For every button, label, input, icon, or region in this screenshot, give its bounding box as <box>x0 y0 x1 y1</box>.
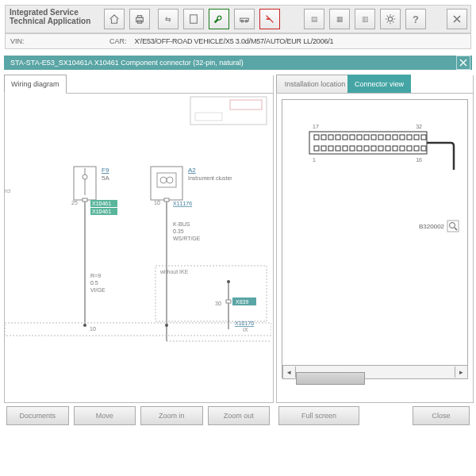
close-app-icon[interactable] <box>447 9 467 29</box>
svg-text:X10461: X10461 <box>92 201 111 206</box>
svg-rect-49 <box>5 323 271 336</box>
vin-label: VIN: <box>10 37 109 45</box>
svg-text:16: 16 <box>416 157 422 163</box>
svg-rect-89 <box>407 146 412 151</box>
svg-text:VI/GE: VI/GE <box>90 287 106 293</box>
car-value: X'/E53/OFF-ROAD VEHICLE/X5 3.0d/M57/AUTO… <box>135 37 334 45</box>
scroll-right-icon[interactable]: ▸ <box>455 367 467 378</box>
gear-icon[interactable] <box>380 9 401 29</box>
svg-text:1: 1 <box>313 157 316 163</box>
panel-close-icon[interactable] <box>456 56 470 70</box>
fullscreen-button[interactable]: Full screen <box>278 406 359 425</box>
svg-text:Instrument cluster: Instrument cluster <box>188 175 232 181</box>
svg-rect-68 <box>371 135 376 140</box>
svg-text:WS/RT/GE: WS/RT/GE <box>173 236 201 241</box>
svg-text:0.35: 0.35 <box>173 228 184 234</box>
svg-text:without IKE: without IKE <box>159 269 189 274</box>
svg-rect-61 <box>321 135 326 140</box>
mode3-icon[interactable]: ▥ <box>355 9 375 29</box>
app-title-2: Technical Application <box>10 17 97 25</box>
scroll-left-icon[interactable]: ◂ <box>283 367 296 378</box>
svg-rect-3 <box>190 15 198 24</box>
svg-text:R=9: R=9 <box>90 273 101 278</box>
svg-text:17: 17 <box>313 124 319 129</box>
right-scrollbar[interactable]: ◂ ▸ <box>282 365 468 379</box>
svg-rect-63 <box>336 135 340 140</box>
wrench-icon[interactable] <box>209 9 229 29</box>
svg-rect-86 <box>386 146 390 151</box>
svg-text:10: 10 <box>90 326 96 332</box>
svg-rect-18 <box>83 198 87 202</box>
svg-point-43 <box>227 280 230 283</box>
svg-rect-70 <box>386 135 390 140</box>
zoom-in-button[interactable]: Zoom in <box>140 406 203 425</box>
tab-connector-view[interactable]: Connector view <box>347 75 411 93</box>
svg-text:K-BUS: K-BUS <box>173 221 190 227</box>
svg-rect-85 <box>378 146 383 151</box>
mode2-icon[interactable]: ▦ <box>329 9 350 29</box>
svg-rect-80 <box>343 146 347 151</box>
svg-rect-72 <box>400 135 405 140</box>
connector-x839[interactable]: X839 <box>232 298 256 305</box>
magnifier-icon[interactable] <box>447 221 459 232</box>
svg-rect-83 <box>364 146 369 151</box>
doc-icon[interactable] <box>183 9 204 29</box>
svg-rect-62 <box>328 135 333 140</box>
svg-rect-88 <box>400 146 405 151</box>
svg-text:F9: F9 <box>102 167 109 174</box>
svg-text:5A: 5A <box>102 175 109 182</box>
svg-text:X839: X839 <box>236 299 248 305</box>
svg-point-51 <box>83 324 86 327</box>
svg-rect-71 <box>393 135 397 140</box>
svg-rect-75 <box>421 135 426 140</box>
svg-text:10: 10 <box>154 200 160 205</box>
fuse-f9: F9 5A <box>74 167 109 200</box>
zoom-out-button[interactable]: Zoom out <box>208 406 271 425</box>
home-icon[interactable] <box>104 9 125 29</box>
print-icon[interactable] <box>129 9 150 29</box>
svg-rect-69 <box>378 135 383 140</box>
svg-text:0.5: 0.5 <box>90 280 98 286</box>
svg-text:32: 32 <box>416 124 422 129</box>
svg-rect-81 <box>350 146 355 151</box>
svg-rect-65 <box>350 135 355 140</box>
svg-text:X10461: X10461 <box>92 209 111 214</box>
connector-diagram: 17 32 1 16 B320002 <box>282 102 466 371</box>
documents-button[interactable]: Documents <box>6 406 69 425</box>
svg-rect-1 <box>137 16 141 18</box>
svg-rect-76 <box>314 146 319 151</box>
svg-rect-84 <box>371 146 376 151</box>
svg-rect-66 <box>357 135 362 140</box>
svg-text:IX: IX <box>243 327 248 332</box>
svg-rect-87 <box>393 146 397 151</box>
instrument-cluster: A2 Instrument cluster <box>151 167 232 200</box>
svg-text:25: 25 <box>71 200 78 205</box>
svg-rect-79 <box>336 146 340 151</box>
svg-rect-91 <box>421 146 426 151</box>
svg-rect-90 <box>414 146 419 151</box>
svg-point-7 <box>388 17 392 21</box>
close-button[interactable]: Close <box>413 406 470 425</box>
svg-text:A2: A2 <box>188 167 196 174</box>
svg-rect-77 <box>321 146 326 151</box>
app-title-1: Integrated Service <box>10 8 97 17</box>
svg-rect-64 <box>343 135 347 140</box>
diag-icon[interactable] <box>259 9 280 29</box>
svg-rect-74 <box>414 135 419 140</box>
move-button[interactable]: Move <box>74 406 136 425</box>
svg-rect-46 <box>226 300 231 303</box>
subheader-title: STA-STA-E53_SX10461A X10461 Component co… <box>10 59 244 67</box>
svg-point-52 <box>165 324 168 327</box>
car-icon[interactable] <box>234 9 255 29</box>
svg-rect-73 <box>407 135 412 140</box>
svg-rect-78 <box>328 146 333 151</box>
connector-x10461[interactable]: X10461 X10461 <box>90 200 117 215</box>
tab-install-location[interactable]: Installation location <box>276 75 354 93</box>
help-icon[interactable]: ? <box>405 9 426 29</box>
mode1-icon[interactable]: ▤ <box>304 9 324 29</box>
route-icon[interactable]: ⇆ <box>158 9 178 29</box>
svg-rect-60 <box>314 135 319 140</box>
svg-text:B320002: B320002 <box>419 223 445 230</box>
svg-text:30: 30 <box>215 301 221 306</box>
tab-wiring-diagram[interactable]: Wiring diagram <box>4 75 67 94</box>
